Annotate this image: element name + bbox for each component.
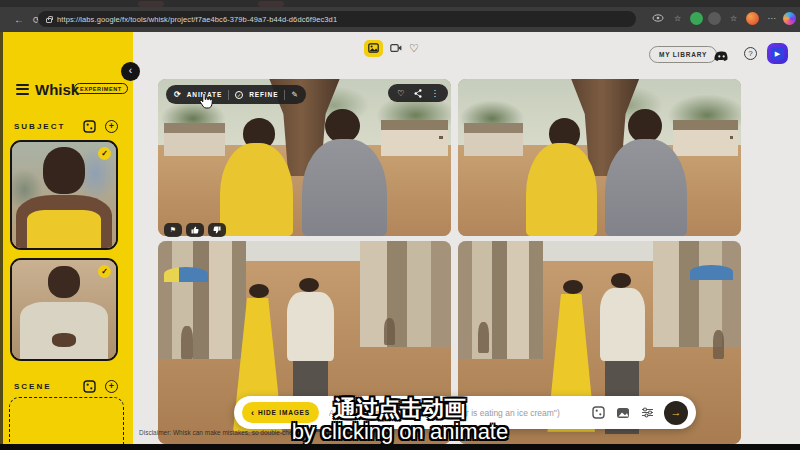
address-bar[interactable]: https://labs.google/fx/tools/whisk/proje…: [38, 11, 636, 27]
more-options-icon[interactable]: ⋮: [431, 89, 439, 98]
back-icon[interactable]: ←: [14, 15, 24, 25]
image-view-icon[interactable]: [364, 40, 383, 57]
subject-add-icon[interactable]: +: [105, 120, 118, 133]
favorite-heart-icon[interactable]: ♡: [397, 89, 404, 98]
generated-image-2[interactable]: [458, 79, 741, 236]
subject-randomize-dice-icon[interactable]: [83, 120, 96, 133]
extensions-star-icon[interactable]: ☆: [727, 12, 740, 25]
sidebar-collapse-button[interactable]: ‹: [121, 62, 140, 81]
favorites-heart-icon[interactable]: ♡: [409, 42, 419, 55]
subject-card-woman[interactable]: ✓: [10, 140, 118, 250]
animate-icon[interactable]: ⟳: [174, 91, 181, 99]
scene-section-label: SCENE: [14, 382, 52, 391]
reading-mode-eye-icon[interactable]: [652, 14, 664, 22]
play-logo-icon: ▶: [771, 47, 784, 60]
browser-chrome: ← ⟳ https://labs.google/fx/tools/whisk/p…: [0, 0, 800, 32]
extension-icon-green[interactable]: [690, 12, 703, 25]
scene-add-icon[interactable]: +: [105, 380, 118, 393]
thumbs-up-icon[interactable]: [186, 223, 204, 237]
browser-tab[interactable]: [138, 1, 164, 7]
edit-prompt-icon[interactable]: ✎: [291, 90, 297, 99]
browser-tab[interactable]: [258, 1, 284, 7]
refine-icon[interactable]: ✓: [235, 91, 243, 99]
help-icon[interactable]: ?: [744, 47, 757, 60]
refine-button[interactable]: REFINE: [249, 91, 278, 98]
view-mode-toggle: ♡: [364, 38, 419, 58]
thumbs-down-icon[interactable]: [208, 223, 226, 237]
whisk-app-window: ← ⟳ https://labs.google/fx/tools/whisk/p…: [0, 0, 800, 450]
my-library-button[interactable]: MY LIBRARY: [649, 46, 717, 63]
mouse-cursor-pointer: [198, 92, 214, 114]
subtitle-english: by clicking on animate: [0, 419, 800, 445]
image-action-toolbar: ⟳ ANIMATE ✓ REFINE ✎: [166, 85, 306, 104]
street-umbrella: [164, 267, 208, 281]
street-umbrella: [690, 265, 732, 279]
share-icon[interactable]: [414, 89, 422, 98]
app-title: Whisk: [35, 81, 79, 98]
menu-icon[interactable]: [16, 84, 29, 95]
video-view-icon[interactable]: [390, 43, 402, 53]
discord-icon[interactable]: [714, 48, 729, 66]
subject-section-label: SUBJECT: [14, 122, 65, 131]
flag-report-icon[interactable]: ⚑: [164, 223, 182, 237]
account-avatar[interactable]: ▶: [767, 43, 788, 64]
profile-avatar-icon[interactable]: [746, 12, 759, 25]
copilot-icon[interactable]: [783, 12, 796, 25]
window-edge: [0, 32, 3, 450]
browser-tab-strip: [0, 0, 800, 7]
browser-menu-icon[interactable]: ⋯: [765, 12, 778, 25]
subject-selected-check-icon[interactable]: ✓: [98, 265, 111, 278]
image-meta-toolbar: ♡ ⋮: [388, 84, 448, 102]
bookmark-star-icon[interactable]: ☆: [671, 12, 684, 25]
extension-icon-dark[interactable]: [708, 12, 721, 25]
subject-card-man[interactable]: ✓: [10, 258, 118, 361]
url-text[interactable]: https://labs.google/fx/tools/whisk/proje…: [57, 15, 337, 24]
lock-icon: [46, 18, 52, 23]
bottom-black-bar: [0, 444, 800, 450]
sidebar: Whisk EXPERIMENT SUBJECT + ✓ ✓ SCENE + +: [0, 32, 133, 450]
experiment-badge: EXPERIMENT: [74, 83, 128, 94]
scene-randomize-dice-icon[interactable]: [83, 380, 96, 393]
subject-selected-check-icon[interactable]: ✓: [98, 147, 111, 160]
